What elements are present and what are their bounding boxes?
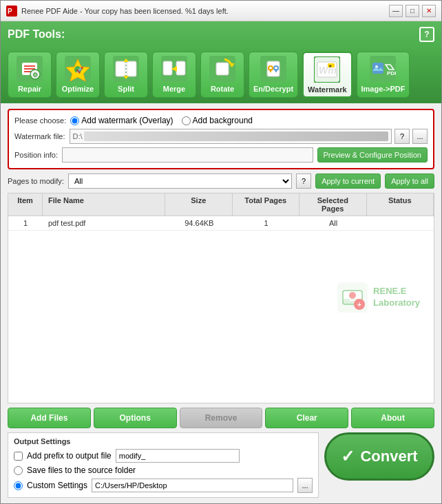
tool-rotate[interactable]: Rotate [200, 52, 244, 98]
pages-help-button[interactable]: ? [296, 174, 311, 189]
window-controls: — □ ✕ [389, 5, 436, 17]
add-background-radio-input[interactable] [182, 116, 191, 125]
watermark-file-row: Watermark file: D:\ ? ... [14, 129, 428, 144]
cell-selectedpages: All [299, 216, 366, 230]
remove-button[interactable]: Remove [180, 408, 263, 428]
svg-rect-21 [176, 61, 185, 75]
table-header: Item File Name Size Total Pages Selected… [8, 193, 434, 216]
custom-path-input[interactable] [92, 479, 293, 492]
header-help-button[interactable]: ? [419, 27, 434, 42]
about-button[interactable]: About [351, 408, 434, 428]
custom-settings-radio[interactable] [14, 481, 23, 490]
convert-icon: ✓ [341, 447, 355, 466]
add-watermark-radio[interactable]: Add watermark (Overlay) [70, 116, 173, 125]
bottom-area: Output Settings Add prefix to output fil… [8, 432, 434, 498]
image2pdf-label: Image->PDF [361, 85, 406, 93]
options-button[interactable]: Options [94, 408, 177, 428]
watermark-config-panel: Please choose: Add watermark (Overlay) A… [8, 109, 434, 169]
repair-icon: ⚙ [16, 55, 43, 83]
watermark-type-group: Add watermark (Overlay) Add background [70, 116, 253, 125]
merge-label: Merge [163, 85, 185, 93]
file-browse-button[interactable]: ... [412, 129, 428, 144]
tool-optimize[interactable]: 🚀 Optimize [56, 52, 100, 98]
rene-logo-text: RENE.E Laboratory [373, 286, 420, 309]
col-item: Item [8, 193, 43, 216]
add-prefix-checkbox[interactable] [14, 452, 23, 461]
add-files-button[interactable]: Add Files [8, 408, 91, 428]
prefix-row: Add prefix to output file [14, 449, 313, 463]
output-settings-area: Output Settings Add prefix to output fil… [8, 432, 319, 498]
window-title: Renee PDF Aide - Your copy has been lice… [21, 7, 229, 15]
add-background-radio[interactable]: Add background [182, 116, 253, 125]
add-prefix-label: Add prefix to output file [27, 451, 112, 461]
position-info-display [62, 147, 313, 162]
pages-select[interactable]: All [68, 174, 292, 189]
prefix-input[interactable] [116, 449, 240, 463]
choose-row: Please choose: Add watermark (Overlay) A… [14, 116, 428, 125]
watermark-label: Watermark [308, 85, 346, 94]
rotate-icon [209, 55, 236, 83]
custom-path-browse-button[interactable]: ... [297, 478, 313, 493]
tool-watermark[interactable]: Wm ★ Watermark [302, 52, 352, 98]
file-help-button[interactable]: ? [394, 129, 410, 144]
file-table: Item File Name Size Total Pages Selected… [8, 193, 434, 403]
minimize-button[interactable]: — [389, 5, 403, 17]
save-source-radio[interactable] [14, 466, 23, 475]
cell-size: 94.64KB [166, 216, 233, 230]
app-header: PDF Tools: ? [1, 21, 441, 48]
watermark-icon: Wm ★ [313, 56, 341, 83]
cell-totalpages: 1 [233, 216, 299, 230]
add-watermark-radio-label: Add watermark (Overlay) [81, 116, 173, 125]
svg-rect-29 [270, 69, 271, 72]
split-label: Split [118, 85, 134, 93]
add-watermark-radio-input[interactable] [70, 116, 79, 125]
watermark-file-label: Watermark file: [14, 132, 65, 140]
cell-item: 1 [8, 216, 43, 230]
repair-label: Repair [18, 85, 41, 93]
add-background-radio-label: Add background [193, 116, 253, 125]
split-icon [112, 55, 140, 83]
main-content: Please choose: Add watermark (Overlay) A… [1, 103, 441, 503]
rene-logo: + RENE.E Laboratory [337, 282, 420, 313]
merge-icon [160, 55, 188, 83]
position-info-label: Position info: [14, 151, 58, 159]
close-button[interactable]: ✕ [422, 5, 436, 17]
file-input-group: D:\ ? ... [70, 129, 428, 144]
endecrypt-icon [260, 55, 287, 83]
convert-label: Convert [360, 448, 417, 465]
tool-merge[interactable]: Merge [152, 52, 196, 98]
svg-rect-24 [216, 63, 229, 75]
custom-settings-label: Custom Settings [27, 481, 87, 490]
svg-text:★: ★ [328, 64, 332, 68]
apply-to-current-button[interactable]: Apply to current [315, 174, 381, 189]
file-path-text: D:\ [73, 132, 83, 140]
rotate-label: Rotate [211, 85, 234, 93]
col-filename: File Name [43, 193, 165, 216]
tool-endecrypt[interactable]: En/Decrypt [249, 52, 298, 98]
toolbar: ⚙ Repair 🚀 Optimize [1, 48, 441, 103]
svg-text:⚙: ⚙ [32, 72, 38, 78]
maximize-button[interactable]: □ [406, 5, 419, 17]
position-info-row: Position info: Preview & Configure Posit… [14, 147, 428, 162]
svg-rect-38 [372, 63, 383, 74]
output-settings-title: Output Settings [14, 437, 313, 445]
table-row[interactable]: 1 pdf test.pdf 94.64KB 1 All [8, 216, 434, 231]
convert-button[interactable]: ✓ Convert [324, 432, 434, 481]
tool-image2pdf[interactable]: PDF Image->PDF [357, 52, 410, 98]
svg-rect-6 [24, 71, 31, 72]
custom-settings-row: Custom Settings ... [14, 478, 313, 493]
file-path-display: D:\ [70, 129, 392, 144]
svg-rect-4 [24, 65, 35, 67]
svg-rect-15 [127, 61, 136, 76]
clear-button[interactable]: Clear [265, 408, 348, 428]
svg-text:🚀: 🚀 [76, 66, 84, 74]
apply-to-all-button[interactable]: Apply to all [385, 174, 434, 189]
col-totalpages: Total Pages [233, 193, 300, 216]
bottom-buttons-bar: Add Files Options Remove Clear About [8, 408, 434, 428]
endecrypt-label: En/Decrypt [253, 85, 293, 93]
pages-row: Pages to modify: All ? Apply to current … [8, 174, 434, 189]
tool-split[interactable]: Split [104, 52, 148, 98]
preview-configure-button[interactable]: Preview & Configure Position [317, 147, 428, 162]
tool-repair[interactable]: ⚙ Repair [8, 52, 52, 98]
pdf-tools-label: PDF Tools: [8, 28, 65, 41]
